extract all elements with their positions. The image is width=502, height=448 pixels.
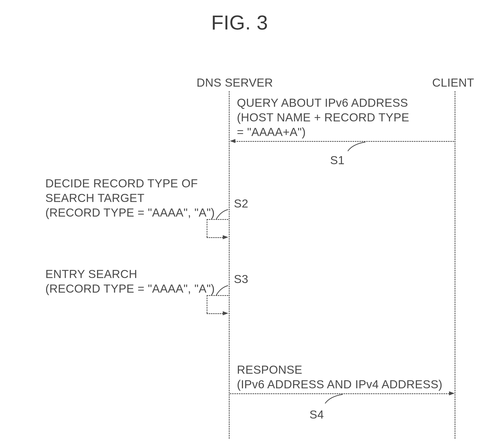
- arrow-s1-head: [230, 139, 235, 143]
- msg-s2-line2: SEARCH TARGET: [45, 191, 144, 205]
- arrow-s4-head: [449, 391, 455, 395]
- self-s2-head: [223, 235, 228, 239]
- actor-client-label: CLIENT: [432, 76, 474, 90]
- callout-curve-s2: [215, 209, 231, 221]
- msg-s3-line2: (RECORD TYPE = "AAAA", "A"): [45, 282, 215, 296]
- label-s1: S1: [330, 153, 344, 168]
- msg-s2-line3: (RECORD TYPE = "AAAA", "A"): [45, 205, 215, 220]
- msg-s4-line1: RESPONSE: [237, 363, 302, 377]
- self-s2-side: [207, 219, 207, 237]
- msg-s1-line2: (HOST NAME + RECORD TYPE: [237, 110, 409, 125]
- figure-title: FIG. 3: [211, 10, 268, 35]
- callout-curve-s3: [215, 285, 231, 297]
- msg-s4-line2: (IPv6 ADDRESS AND IPv4 ADDRESS): [237, 377, 443, 392]
- msg-s2-line1: DECIDE RECORD TYPE OF: [45, 176, 198, 191]
- self-s3-bottom: [207, 313, 223, 314]
- msg-s1-line3: = "AAAA+A"): [237, 125, 306, 140]
- msg-s3-line1: ENTRY SEARCH: [45, 267, 137, 282]
- label-s3: S3: [234, 272, 248, 287]
- self-s2-bottom: [207, 237, 223, 238]
- lifeline-client: [455, 91, 455, 439]
- label-s4: S4: [309, 407, 324, 422]
- self-s3-side: [207, 295, 207, 313]
- self-s3-head: [223, 311, 228, 315]
- sequence-diagram: FIG. 3 DNS SERVER CLIENT QUERY ABOUT IPv…: [0, 0, 502, 448]
- label-s2: S2: [234, 196, 248, 211]
- msg-s1-line1: QUERY ABOUT IPv6 ADDRESS: [237, 96, 408, 110]
- callout-curve-s4: [315, 394, 345, 409]
- actor-server-label: DNS SERVER: [197, 76, 273, 90]
- lifeline-server: [229, 91, 230, 439]
